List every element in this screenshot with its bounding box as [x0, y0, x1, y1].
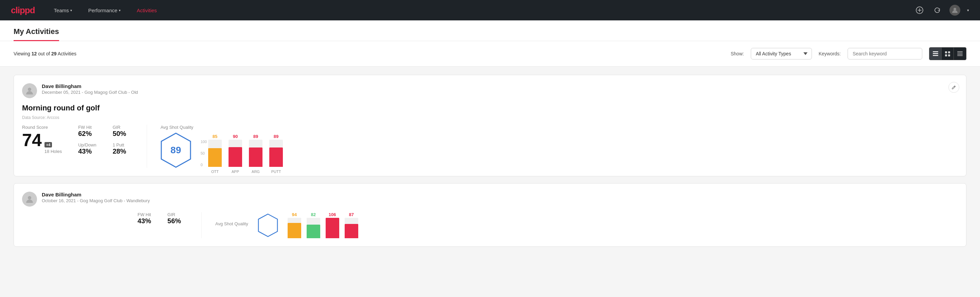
add-button[interactable]: [914, 5, 925, 16]
card-user-info: Dave Billingham December 05, 2021 - Gog …: [42, 83, 138, 95]
user-name: Dave Billingham: [42, 83, 138, 89]
card-header: Dave Billingham December 05, 2021 - Gog …: [22, 83, 958, 98]
bar-col-app: 90 APP: [229, 134, 242, 167]
score-badge: +4: [45, 142, 52, 147]
user-avatar[interactable]: [950, 5, 960, 16]
bar-chart: 100 50 0 85: [201, 134, 958, 167]
gir-value: 50%: [113, 130, 126, 137]
filter-bar: Viewing 12 out of 29 Activities Show: Al…: [0, 41, 980, 67]
card-user-info-2: Dave Billingham October 16, 2021 - Gog M…: [42, 192, 150, 203]
avatar: [22, 83, 37, 98]
bar-col2-putt: 87: [345, 212, 358, 238]
svg-point-15: [28, 196, 31, 200]
card-header-2: Dave Billingham October 16, 2021 - Gog M…: [22, 192, 958, 207]
page-header: My Activities: [0, 21, 980, 41]
activities-list: Dave Billingham December 05, 2021 - Gog …: [0, 67, 980, 262]
svg-point-1: [953, 8, 956, 11]
grid-view-button[interactable]: [942, 48, 954, 60]
stat-pair-left: FW Hit 62% Up/Down 43%: [78, 125, 96, 155]
one-putt-label: 1 Putt: [113, 142, 126, 147]
bar-col2-ott: 94: [288, 212, 301, 238]
data-source: Data Source: Arccos: [22, 115, 958, 120]
svg-rect-4: [933, 55, 938, 56]
nav-item-activities[interactable]: Activities: [134, 6, 160, 14]
updown-value: 43%: [78, 147, 96, 155]
svg-point-13: [28, 88, 31, 91]
date-course-2: October 16, 2021 - Gog Magog Golf Club -…: [42, 198, 150, 203]
y-axis: 100 50 0: [201, 140, 207, 167]
page-title: My Activities: [14, 21, 59, 41]
avatar-2: [22, 192, 37, 207]
nav-icons: ▾: [914, 5, 969, 16]
svg-rect-8: [948, 54, 950, 56]
bar-col-ott: 85 OTT: [208, 134, 222, 167]
date-course: December 05, 2021 - Gog Magog Golf Club …: [42, 90, 138, 95]
nav-item-performance[interactable]: Performance ▾: [86, 6, 123, 14]
score-number: 74: [22, 131, 42, 149]
gir-label: GIR: [113, 125, 126, 130]
hex-score: 89: [170, 145, 181, 156]
app-logo[interactable]: clippd: [11, 5, 35, 16]
activity-type-select[interactable]: All Activity Types Round Practice: [751, 48, 812, 59]
compact-view-button[interactable]: [954, 48, 966, 60]
performance-chevron-icon: ▾: [119, 8, 121, 12]
bar-col-arg: 89 ARG: [249, 134, 262, 167]
fw-hit-label: FW Hit: [78, 125, 96, 130]
activity-title: Morning round of golf: [22, 104, 958, 112]
updown-label: Up/Down: [78, 142, 96, 147]
svg-rect-2: [933, 51, 938, 52]
fw-hit-value: 62%: [78, 130, 96, 137]
svg-rect-6: [948, 51, 950, 53]
edit-button[interactable]: [948, 82, 959, 93]
svg-marker-16: [258, 214, 277, 236]
user-name-2: Dave Billingham: [42, 192, 150, 198]
svg-rect-12: [957, 55, 963, 56]
show-label: Show:: [731, 51, 744, 56]
search-input[interactable]: [848, 48, 922, 59]
navbar: clippd Teams ▾ Performance ▾ Activities: [0, 0, 980, 21]
svg-rect-11: [957, 54, 963, 55]
activity-card-2: Dave Billingham October 16, 2021 - Gog M…: [14, 183, 966, 247]
refresh-button[interactable]: [932, 5, 943, 16]
avg-shot-quality-label: Avg Shot Quality: [161, 125, 958, 130]
svg-rect-3: [933, 53, 938, 54]
user-chevron-icon: ▾: [967, 8, 969, 13]
activity-card: Dave Billingham December 05, 2021 - Gog …: [14, 75, 966, 176]
nav-item-teams[interactable]: Teams ▾: [51, 6, 75, 14]
viewing-count-text: Viewing 12 out of 29 Activities: [14, 51, 76, 56]
round-score-block: Round Score 74 +4 18 Holes: [22, 125, 62, 154]
holes-text: 18 Holes: [45, 149, 62, 154]
bar-col2-arg: 106: [326, 212, 339, 238]
svg-rect-7: [945, 54, 947, 56]
bar-col2-app: 82: [307, 212, 320, 238]
teams-chevron-icon: ▾: [70, 8, 72, 12]
hexagon: 89: [161, 133, 191, 168]
list-view-button[interactable]: [929, 48, 942, 60]
stats-section: Round Score 74 +4 18 Holes FW Hit 62%: [22, 125, 126, 155]
view-toggle: [929, 47, 966, 60]
bar-col-putt: 89 PUTT: [269, 134, 283, 167]
svg-rect-5: [945, 51, 947, 53]
svg-rect-9: [957, 51, 963, 52]
svg-rect-10: [957, 53, 963, 53]
hex-score-wrapper: 89: [161, 133, 191, 168]
keywords-label: Keywords:: [819, 51, 841, 56]
stat-pair-right: GIR 50% 1 Putt 28%: [113, 125, 126, 155]
round-score-label: Round Score: [22, 125, 62, 130]
one-putt-value: 28%: [113, 147, 126, 155]
